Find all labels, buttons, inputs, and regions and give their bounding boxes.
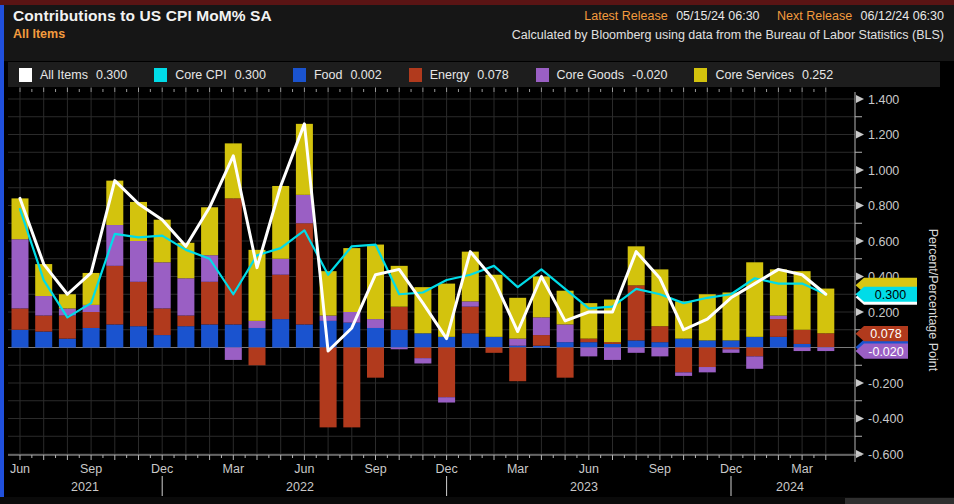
svg-text:1.000: 1.000 bbox=[868, 164, 899, 178]
svg-text:-0.200: -0.200 bbox=[868, 377, 903, 391]
legend-swatch-core-goods bbox=[536, 68, 549, 82]
bloomberg-chart-window: Contributions to US CPI MoM% SA All Item… bbox=[0, 0, 954, 504]
latest-release-label: Latest Release bbox=[584, 9, 667, 23]
svg-text:0.200: 0.200 bbox=[868, 306, 899, 320]
legend-bar: All Items0.300Core CPI0.300Food0.002Ener… bbox=[8, 62, 940, 87]
y-axis: 1.4001.2001.0000.8000.6000.4000.200-0.20… bbox=[855, 92, 903, 462]
svg-text:Sep: Sep bbox=[649, 462, 671, 476]
svg-text:Jun: Jun bbox=[579, 462, 599, 476]
svg-text:Dec: Dec bbox=[151, 462, 173, 476]
svg-text:Mar: Mar bbox=[507, 462, 529, 476]
svg-text:Sep: Sep bbox=[80, 462, 102, 476]
year-label-2024: 2024 bbox=[776, 480, 804, 494]
legend-swatch-food bbox=[293, 68, 306, 82]
svg-text:1.200: 1.200 bbox=[868, 128, 899, 142]
year-label-2023: 2023 bbox=[570, 480, 598, 494]
legend-item-food[interactable]: Food0.002 bbox=[293, 68, 382, 82]
next-release-label: Next Release bbox=[777, 9, 852, 23]
legend-value: 0.002 bbox=[350, 68, 381, 82]
svg-text:Sep: Sep bbox=[364, 462, 386, 476]
header-left: Contributions to US CPI MoM% SA All Item… bbox=[13, 7, 272, 41]
svg-text:Dec: Dec bbox=[435, 462, 457, 476]
cpi-contributions-chart: 1.4001.2001.0000.8000.6000.4000.200-0.20… bbox=[0, 86, 954, 504]
svg-text:Mar: Mar bbox=[791, 462, 813, 476]
svg-text:0.600: 0.600 bbox=[868, 235, 899, 249]
svg-text:-0.600: -0.600 bbox=[868, 448, 903, 462]
legend-item-all-items[interactable]: All Items0.300 bbox=[19, 68, 127, 82]
legend-swatch-core-cpi bbox=[154, 68, 167, 82]
page-title: Contributions to US CPI MoM% SA bbox=[13, 7, 272, 25]
page-subtitle: All Items bbox=[13, 27, 272, 41]
svg-text:0.800: 0.800 bbox=[868, 199, 899, 213]
svg-text:1.400: 1.400 bbox=[868, 93, 899, 107]
svg-text:Mar: Mar bbox=[223, 462, 245, 476]
source-note: Calculated by Bloomberg using data from … bbox=[512, 28, 944, 42]
bottom-bar-segment bbox=[845, 498, 954, 504]
latest-release-value: 05/15/24 06:30 bbox=[676, 9, 759, 23]
legend-item-energy[interactable]: Energy0.078 bbox=[409, 68, 509, 82]
legend-value: 0.300 bbox=[96, 68, 127, 82]
legend-label: Core Services bbox=[715, 68, 794, 82]
legend-swatch-core-services bbox=[694, 68, 707, 82]
legend-label: Food bbox=[314, 68, 343, 82]
legend-value: 0.252 bbox=[802, 68, 833, 82]
svg-text:Dec: Dec bbox=[720, 462, 742, 476]
top-ticks bbox=[20, 88, 826, 93]
legend-label: Energy bbox=[430, 68, 470, 82]
legend-item-core-goods[interactable]: Core Goods-0.020 bbox=[536, 68, 668, 82]
y-axis-title: Percent/Percentage Point bbox=[926, 229, 940, 372]
legend-item-core-cpi[interactable]: Core CPI0.300 bbox=[154, 68, 266, 82]
chart-header: Contributions to US CPI MoM% SA All Item… bbox=[4, 5, 954, 61]
svg-text:Jun: Jun bbox=[294, 462, 314, 476]
legend-value: 0.078 bbox=[477, 68, 508, 82]
svg-text:Jun: Jun bbox=[10, 462, 30, 476]
header-right: Latest Release 05/15/24 06:30 Next Relea… bbox=[512, 9, 944, 42]
svg-text:-0.400: -0.400 bbox=[868, 412, 903, 426]
svg-text:0.078: 0.078 bbox=[870, 327, 901, 341]
legend-label: Core Goods bbox=[557, 68, 624, 82]
legend-label: Core CPI bbox=[175, 68, 226, 82]
svg-text:-0.020: -0.020 bbox=[868, 345, 903, 359]
legend-label: All Items bbox=[40, 68, 88, 82]
legend-value: -0.020 bbox=[632, 68, 667, 82]
x-axis: JunSepDecMarJunSepDecMarJunSepDecMar2021… bbox=[8, 455, 862, 496]
legend-swatch-energy bbox=[409, 68, 422, 82]
next-release-value: 06/12/24 06:30 bbox=[861, 9, 944, 23]
svg-text:0.300: 0.300 bbox=[875, 288, 906, 302]
year-label-2021: 2021 bbox=[71, 480, 99, 494]
release-info: Latest Release 05/15/24 06:30 Next Relea… bbox=[512, 9, 944, 23]
bottom-bar bbox=[0, 497, 954, 504]
legend-item-core-services[interactable]: Core Services0.252 bbox=[694, 68, 833, 82]
legend-swatch-all-items bbox=[19, 68, 32, 82]
year-label-2022: 2022 bbox=[286, 480, 314, 494]
legend-value: 0.300 bbox=[235, 68, 266, 82]
